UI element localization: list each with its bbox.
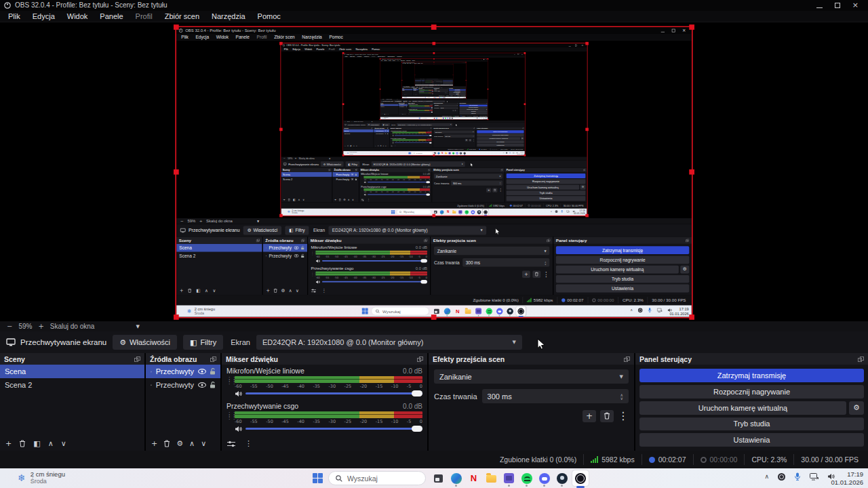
- screen-capture-selection[interactable]: OBS 32.0.4 - Profile: Bez tytułu - Sceny…: [176, 27, 692, 317]
- add-scene-button[interactable]: +: [5, 440, 12, 447]
- scene-item-scena[interactable]: Scena: [0, 365, 144, 378]
- menu-plik[interactable]: Plik: [2, 11, 26, 22]
- volume-meter: [235, 411, 422, 418]
- weather-widget[interactable]: ❄ 2 cm śniegu Środa: [18, 470, 65, 485]
- transition-select-dropdown[interactable]: Zanikanie ▼: [434, 369, 629, 384]
- popout-icon[interactable]: [210, 357, 216, 362]
- menu-pomoc[interactable]: Pomoc: [252, 11, 287, 22]
- duration-spinbox[interactable]: 300 ms ∧∨: [482, 389, 629, 403]
- move-scene-up-button[interactable]: ∧: [48, 440, 54, 447]
- unlock-icon[interactable]: [210, 368, 216, 375]
- steam-icon: [506, 306, 514, 314]
- menu-widok[interactable]: Widok: [61, 11, 94, 22]
- close-button[interactable]: ×: [852, 2, 859, 9]
- mixer-menu-button[interactable]: ⋮: [245, 440, 252, 447]
- discord-icon[interactable]: [537, 471, 551, 485]
- preview-canvas[interactable]: OBS 32.0.4 - Profile: Bez tytułu - Sceny…: [0, 22, 868, 321]
- purple-app-icon[interactable]: [502, 471, 516, 485]
- settings-button[interactable]: Ustawienia: [639, 433, 864, 447]
- menu-narzedzia[interactable]: Narzędzia: [205, 11, 252, 22]
- popout-icon[interactable]: [417, 357, 423, 362]
- move-scene-down-button[interactable]: ∨: [61, 440, 66, 447]
- remove-source-button[interactable]: [163, 440, 170, 447]
- menu-edycja[interactable]: Edycja: [26, 11, 61, 22]
- unlock-icon[interactable]: [210, 382, 216, 388]
- volume-slider-handle[interactable]: [412, 426, 422, 432]
- start-button[interactable]: [313, 473, 323, 483]
- transition-menu-button[interactable]: ⋮: [618, 409, 629, 422]
- selection-handle-mr[interactable]: [689, 169, 694, 174]
- start-recording-button[interactable]: Rozpocznij nagrywanie: [639, 385, 864, 399]
- selection-handle-tr[interactable]: [689, 24, 694, 30]
- start-virtual-camera-button[interactable]: Uruchom kamerę wirtualną: [639, 401, 846, 415]
- eye-icon[interactable]: [198, 382, 206, 388]
- taskbar-search[interactable]: Wyszukaj: [328, 471, 426, 485]
- source-properties-button[interactable]: ⚙: [176, 440, 183, 447]
- minimize-button[interactable]: [816, 7, 823, 8]
- netflix-icon[interactable]: N: [467, 471, 481, 485]
- screen-select-dropdown[interactable]: ED242QR A: 1920x1080 @ 0.0 (Monitor głów…: [256, 335, 522, 350]
- volume-slider-handle[interactable]: [412, 390, 422, 396]
- microphone-icon[interactable]: [794, 472, 801, 481]
- add-source-button[interactable]: +: [151, 440, 157, 447]
- selection-handle-bl[interactable]: [174, 314, 179, 320]
- speaker-icon[interactable]: [235, 426, 242, 432]
- audio-mixer-dock: Mikser dźwięku Mikrofon/Wejście liniowe …: [222, 353, 427, 451]
- chevron-down-icon: ▼: [499, 175, 500, 177]
- tray-chevron-up-icon[interactable]: ∧: [764, 472, 769, 481]
- menu-zbior-scen: Zbiór scen: [337, 47, 353, 51]
- scene-item-scena-2[interactable]: Scena 2: [0, 378, 144, 392]
- eye-icon[interactable]: [198, 369, 206, 374]
- volume-slider[interactable]: [245, 426, 422, 432]
- popout-icon[interactable]: [134, 357, 140, 362]
- filters-button[interactable]: ◧ Filtry: [183, 335, 223, 350]
- move-source-up-button[interactable]: ∧: [189, 440, 195, 447]
- menu-profil[interactable]: Profil: [130, 11, 159, 22]
- selection-handle-mr: [488, 88, 489, 89]
- track-grip[interactable]: ⋮⋮⋮⋮: [226, 376, 231, 397]
- file-explorer-icon[interactable]: [484, 471, 498, 485]
- display-cast-icon[interactable]: [810, 473, 818, 481]
- menu-zbior-scen[interactable]: Zbiór scen: [159, 11, 205, 22]
- advanced-audio-button[interactable]: [227, 441, 235, 447]
- menu-panele[interactable]: Panele: [94, 11, 129, 22]
- move-source-down-button[interactable]: ∨: [201, 440, 206, 447]
- selection-handle-ml[interactable]: [174, 169, 179, 174]
- volume-slider[interactable]: [245, 390, 422, 397]
- steam-icon[interactable]: [555, 471, 569, 485]
- selection-handle-tl[interactable]: [174, 24, 179, 30]
- browser-icon[interactable]: [449, 471, 463, 485]
- task-view-button[interactable]: [431, 471, 446, 485]
- selection-handle-tm[interactable]: [431, 24, 437, 30]
- zoom-out-button[interactable]: −: [7, 323, 12, 330]
- source-name: Przechwyty: [269, 253, 292, 258]
- spin-arrows[interactable]: ∧∨: [620, 393, 623, 400]
- unlock-icon: [387, 129, 389, 131]
- remove-transition-button[interactable]: [600, 410, 614, 422]
- scenes-dock: Sceny Scena Scena 2 + ◧: [281, 167, 332, 202]
- scene-filters-button[interactable]: ◧: [33, 440, 40, 447]
- maximize-button[interactable]: [835, 3, 840, 8]
- obs-tray-icon[interactable]: [778, 473, 785, 481]
- taskbar-clock[interactable]: 17:19 01.01.2026: [831, 470, 863, 486]
- stop-streaming-button[interactable]: Zatrzymaj transmisję: [639, 369, 864, 382]
- studio-mode-button[interactable]: Tryb studia: [639, 418, 864, 431]
- source-item-game-capture[interactable]: Przechwyty: [146, 378, 220, 392]
- virtual-camera-settings-button[interactable]: ⚙: [849, 401, 864, 415]
- spotify-icon[interactable]: [519, 471, 534, 485]
- fit-to-window-label[interactable]: Skaluj do okna: [50, 323, 95, 330]
- add-transition-button[interactable]: +: [583, 410, 596, 422]
- selection-handle-br[interactable]: [689, 314, 694, 320]
- zoom-in-button[interactable]: +: [38, 323, 43, 330]
- popout-icon[interactable]: [858, 357, 864, 362]
- dropped-frames: Zgubione klatki 0 (0.0%): [469, 296, 523, 302]
- speaker-icon[interactable]: [235, 390, 242, 397]
- selection-handle-bm[interactable]: [431, 314, 437, 320]
- zoom-dropdown-caret[interactable]: ▼: [136, 324, 139, 329]
- properties-button[interactable]: ⚙ Właściwości: [113, 335, 177, 350]
- obs-taskbar-icon-active[interactable]: [572, 470, 589, 486]
- track-grip[interactable]: ⋮⋮⋮⋮: [226, 411, 231, 432]
- source-item-display-capture[interactable]: Przechwyty: [146, 365, 220, 378]
- remove-scene-button[interactable]: [19, 440, 26, 447]
- popout-icon[interactable]: [624, 357, 630, 362]
